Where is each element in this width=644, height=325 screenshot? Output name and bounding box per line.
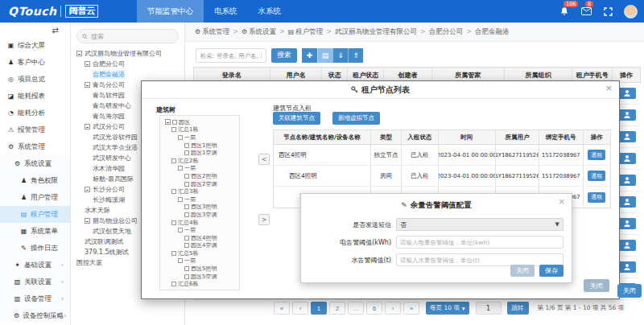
transfer-left-button[interactable]: < <box>258 154 270 165</box>
building-tree-node[interactable]: 一层 <box>163 195 239 204</box>
unlease-button[interactable]: 退租 <box>588 150 605 160</box>
org-tree-node[interactable]: 武汉丽岛物业管理有限公司 <box>75 48 184 59</box>
tab-水系统[interactable]: 水系统 <box>248 0 292 23</box>
close-icon[interactable]: × <box>559 197 565 206</box>
building-tree-node[interactable]: 一层 <box>163 257 239 265</box>
building-tree-node[interactable]: 汇总4栋 <box>163 219 239 227</box>
building-tree-node[interactable]: 园区5空调 <box>163 273 239 281</box>
mail-icon[interactable]: 8 <box>580 6 592 17</box>
checkbox[interactable] <box>184 150 189 155</box>
sidebar-item-能耗报表[interactable]: ◪能耗报表 <box>0 88 70 105</box>
checkbox[interactable] <box>184 212 189 217</box>
page-button-»[interactable]: » <box>403 302 419 315</box>
checkbox[interactable] <box>178 228 183 232</box>
add-icon[interactable]: ✚ <box>302 48 317 63</box>
checkbox[interactable] <box>184 174 189 179</box>
checkbox[interactable] <box>178 258 183 263</box>
page-jump-input[interactable] <box>476 302 502 315</box>
collapse-node-icon[interactable] <box>85 124 90 130</box>
collapse-node-icon[interactable] <box>76 51 82 56</box>
building-tree-node[interactable]: 汇总1栋 <box>163 126 239 134</box>
checkbox[interactable] <box>184 274 189 279</box>
row-user-action-button[interactable] <box>618 196 636 208</box>
row-user-action-button[interactable] <box>618 261 636 273</box>
org-search-box[interactable]: 搜索 <box>76 29 179 43</box>
checkbox[interactable] <box>184 182 189 187</box>
building-tree-node[interactable]: 汇总3栋 <box>163 187 239 195</box>
breadcrumb-item[interactable]: 武汉丽岛物业管理有限公司 <box>335 27 417 37</box>
page-button-1[interactable]: 1 <box>311 302 327 315</box>
page-button-2[interactable]: 2 <box>329 302 345 315</box>
sidebar-item-综合大屏[interactable]: ▣综合大屏 <box>0 37 70 54</box>
page-close-button[interactable]: 关闭 <box>617 284 642 298</box>
breadcrumb-item[interactable]: ⚙系统管理 <box>195 27 229 37</box>
checkbox[interactable] <box>184 266 189 271</box>
row-user-action-button[interactable] <box>618 240 636 251</box>
checkbox[interactable] <box>184 243 189 248</box>
per-page-select[interactable]: 每页 10 项▾ <box>426 302 469 315</box>
building-tree-node[interactable]: 西区5照明 <box>163 265 239 273</box>
sidebar-item-设备控制策略[interactable]: ⚙设备控制策略› <box>0 307 70 324</box>
org-tree-node[interactable]: 合肥金融港 <box>75 69 184 80</box>
checkbox[interactable] <box>178 197 183 202</box>
collapse-node-icon[interactable] <box>165 119 171 125</box>
sidebar-item-项目总览[interactable]: ◎项目总览 <box>0 71 70 88</box>
collapse-node-icon[interactable] <box>85 187 90 192</box>
checkbox[interactable] <box>171 282 176 286</box>
search-input[interactable] <box>196 48 266 63</box>
building-tree-node[interactable]: 园区 <box>163 118 239 126</box>
checkbox[interactable] <box>171 158 176 163</box>
row-user-action-button[interactable] <box>618 218 636 229</box>
close-icon[interactable]: × <box>605 84 613 93</box>
threshold-save-button[interactable]: 保存 <box>539 265 564 277</box>
sidebar-item-租户管理[interactable]: ▤租户管理 <box>0 206 70 223</box>
sidebar-item-系统设置[interactable]: ⚙系统设置 <box>0 155 70 172</box>
sms-select[interactable]: 否 ▼ <box>396 218 564 231</box>
breadcrumb-item[interactable]: 合肥金融港 <box>475 27 510 37</box>
checkbox[interactable] <box>178 166 183 171</box>
building-tree-node[interactable]: 一层 <box>163 134 239 142</box>
breadcrumb-item[interactable]: ▤租户管理 <box>288 27 324 37</box>
building-tree-node[interactable]: 汇总5栋 <box>163 249 239 257</box>
row-user-action-button[interactable] <box>618 131 636 142</box>
sidebar-item-关联设置[interactable]: ▧关联设置› <box>0 274 70 290</box>
checkbox[interactable] <box>184 236 189 241</box>
transfer-right-button[interactable]: > <box>258 214 270 225</box>
export-user-icon[interactable]: ⇑ <box>348 48 363 63</box>
building-tree-node[interactable]: 园区4空调 <box>163 242 239 250</box>
search-button[interactable]: 搜索 <box>271 48 297 63</box>
building-tree-node[interactable]: 园区2空调 <box>163 180 239 188</box>
sidebar-item-基础设置[interactable]: ✦基础设置› <box>0 257 70 274</box>
row-user-action-button[interactable] <box>618 109 636 121</box>
checkbox[interactable] <box>178 290 183 290</box>
tab-电系统[interactable]: 电系统 <box>204 0 248 23</box>
page-jump-button[interactable]: 跳转 <box>507 302 529 315</box>
checkbox[interactable] <box>171 127 176 132</box>
node-modal-close-button[interactable]: 关闭 <box>584 279 609 292</box>
unlease-button[interactable]: 退租 <box>588 171 605 181</box>
page-button-‹[interactable]: ‹ <box>292 302 308 315</box>
sidebar-item-客户中心[interactable]: ♟客户中心 <box>0 54 70 71</box>
row-user-action-button[interactable] <box>618 153 636 164</box>
unlease-button[interactable]: 退租 <box>588 192 605 203</box>
page-button-…[interactable]: … <box>348 302 364 315</box>
checkbox[interactable] <box>184 143 189 148</box>
page-button-«[interactable]: « <box>274 302 290 315</box>
sidebar-item-系统管理[interactable]: ⚙系统管理 <box>0 138 70 155</box>
building-tree-node[interactable]: 西区1照明 <box>163 142 239 150</box>
sidebar-item-用户管理[interactable]: ♟用户管理 <box>0 189 70 206</box>
list-icon[interactable]: ▤ <box>317 48 332 63</box>
building-tree-node[interactable]: 一层 <box>163 226 239 234</box>
building-tree-node[interactable]: 西区2照明 <box>163 172 239 180</box>
building-tree-node[interactable]: 园区1空调 <box>163 149 239 157</box>
building-tree-node[interactable]: 园区3空调 <box>163 211 239 219</box>
building-tree-node[interactable]: 西区3照明 <box>163 204 239 212</box>
sidebar-item-设备管理[interactable]: ▥设备管理› <box>0 290 70 307</box>
row-user-action-button[interactable] <box>618 175 636 186</box>
building-tree-node[interactable]: 一层 <box>163 165 239 173</box>
link-building-node-button[interactable]: 关联建筑节点 <box>273 112 320 125</box>
collapse-node-icon[interactable] <box>85 61 90 67</box>
collapse-node-icon[interactable] <box>85 82 90 88</box>
electric-threshold-input[interactable] <box>396 236 564 249</box>
checkbox[interactable] <box>171 251 176 256</box>
